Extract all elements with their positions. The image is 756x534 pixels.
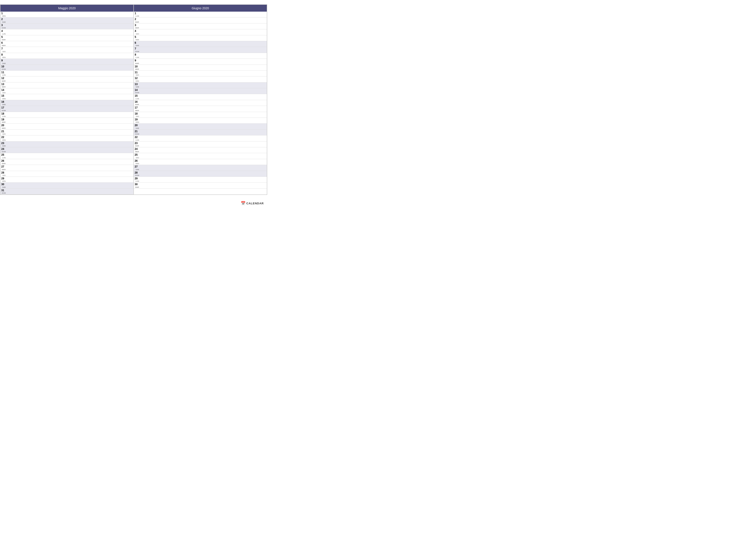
day-cell: 19MAR — [1, 118, 6, 123]
day-cell: 27SAB — [135, 165, 139, 170]
day-number: 17 — [1, 106, 6, 109]
day-number: 24 — [135, 147, 139, 150]
day-name: MAR — [135, 21, 139, 23]
day-row: 3MER — [134, 23, 267, 29]
day-row: 10MER — [134, 65, 267, 71]
day-row: 3DOM — [0, 23, 133, 29]
day-number: 6 — [135, 41, 139, 44]
day-number: 5 — [135, 36, 139, 38]
day-cell: 1LUN — [135, 12, 139, 17]
day-name: DOM — [2, 151, 6, 153]
day-cell: 6MER — [1, 41, 6, 46]
day-row: 13SAB — [134, 83, 267, 88]
day-row: 24DOM — [0, 147, 133, 153]
day-row: 17DOM — [0, 106, 133, 112]
day-cell: 23SAB — [1, 142, 6, 147]
calendar-container: Maggio 20201VEN2SAB3DOM4LUN5MAR6MER7GIO8… — [0, 4, 267, 195]
day-cell: 25GIO — [135, 153, 139, 159]
brand-logo: 📅 CALENDAR — [241, 201, 264, 206]
day-name: GIO — [2, 92, 6, 94]
day-number: 1 — [135, 12, 139, 15]
day-cell: 11GIO — [135, 71, 139, 76]
day-cell: 10DOM — [1, 65, 6, 70]
day-cell: 11LUN — [1, 71, 6, 76]
day-row: 19VEN — [134, 118, 267, 124]
day-name: GIO — [2, 51, 6, 53]
day-cell: 17MER — [135, 106, 139, 111]
day-number: 20 — [1, 124, 6, 127]
day-name: LUN — [2, 157, 6, 159]
day-number: 2 — [135, 18, 139, 21]
day-cell: 23MAR — [135, 142, 139, 147]
day-cell: 2SAB — [1, 18, 6, 23]
day-name: SAB — [136, 86, 139, 88]
day-name: GIO — [2, 133, 6, 135]
day-name: LUN — [136, 15, 139, 17]
day-row: 15VEN — [0, 94, 133, 100]
day-name: MER — [135, 27, 139, 29]
day-cell: 21DOM — [135, 130, 139, 135]
day-name: DOM — [2, 192, 6, 194]
day-row: 4GIO — [134, 29, 267, 35]
day-number: 23 — [135, 142, 139, 145]
day-cell: 12VEN — [135, 77, 139, 82]
day-row: 30MAR — [134, 183, 267, 189]
day-name: LUN — [136, 57, 139, 58]
day-cell: 15LUN — [135, 94, 139, 99]
day-name: SAB — [136, 45, 139, 46]
day-number: 10 — [135, 65, 139, 68]
day-cell: 9MAR — [135, 59, 139, 64]
day-row: 14GIO — [0, 88, 133, 94]
day-number: 29 — [135, 177, 139, 180]
day-row: 8LUN — [134, 53, 267, 59]
day-name: SAB — [2, 21, 6, 23]
day-cell: 28DOM — [135, 171, 139, 176]
month-col-0: Maggio 20201VEN2SAB3DOM4LUN5MAR6MER7GIO8… — [0, 5, 134, 195]
day-cell: 26VEN — [135, 159, 139, 165]
day-cell: 13SAB — [135, 83, 139, 88]
day-cell: 6SAB — [135, 41, 139, 46]
day-number: 17 — [135, 106, 139, 109]
day-number: 27 — [135, 165, 139, 168]
day-cell: 3DOM — [1, 24, 6, 29]
day-cell: 24MER — [135, 147, 139, 153]
day-cell: 16SAB — [1, 100, 6, 106]
day-number: 7 — [1, 47, 6, 50]
day-row: 5VEN — [134, 35, 267, 41]
day-number: 2 — [1, 18, 6, 21]
day-cell: 7DOM — [135, 47, 139, 52]
day-name: MAR — [135, 104, 139, 106]
day-row: 27SAB — [134, 165, 267, 171]
day-row: 20SAB — [134, 124, 267, 129]
day-row: 22VEN — [0, 136, 133, 141]
day-name: VEN — [2, 15, 6, 17]
day-number: 30 — [135, 183, 139, 186]
day-row: 16MAR — [134, 100, 267, 106]
month-col-1: Giugno 20201LUN2MAR3MER4GIO5VEN6SAB7DOM8… — [134, 5, 267, 195]
day-row: 6SAB — [134, 41, 267, 47]
day-row: 14DOM — [134, 88, 267, 94]
day-name: VEN — [136, 80, 139, 82]
day-row: 23MAR — [134, 141, 267, 147]
day-number: 7 — [135, 47, 139, 50]
day-name: LUN — [2, 74, 6, 76]
day-number: 11 — [135, 71, 139, 74]
day-number: 18 — [135, 112, 139, 115]
day-cell: 31DOM — [1, 189, 6, 194]
day-number: 3 — [1, 24, 6, 27]
day-name: SAB — [2, 187, 6, 188]
day-row: 21GIO — [0, 130, 133, 136]
day-number: 16 — [1, 100, 6, 103]
day-name: MER — [135, 68, 139, 70]
day-name: LUN — [136, 180, 139, 182]
day-cell: 2MAR — [135, 18, 139, 23]
day-cell: 17DOM — [1, 106, 6, 111]
day-name: VEN — [136, 163, 139, 165]
day-number: 28 — [135, 171, 139, 174]
day-cell: 5MAR — [1, 36, 6, 41]
day-row: 26VEN — [134, 159, 267, 165]
day-row: 8VEN — [0, 53, 133, 59]
day-number: 19 — [1, 118, 6, 121]
day-row: 17MER — [134, 106, 267, 112]
day-row: 29VEN — [0, 177, 133, 183]
